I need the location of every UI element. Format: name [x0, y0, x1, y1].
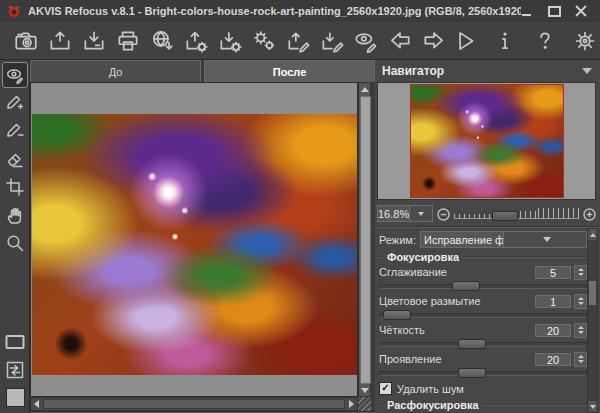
preview-eye-tool[interactable] [3, 63, 27, 87]
spinner[interactable] [574, 265, 587, 280]
param-slider[interactable] [379, 339, 587, 350]
resize-grip[interactable] [358, 397, 371, 411]
defocus-brush-tool[interactable] [3, 119, 27, 143]
print-icon[interactable] [112, 26, 143, 56]
tab-before[interactable]: До [30, 60, 201, 82]
parameters-area: Режим: Исправление фокуса Фокусировка Сг… [379, 230, 587, 413]
settings-scrollbar[interactable] [587, 228, 598, 413]
denoise-checkbox[interactable]: ✓ [379, 382, 392, 395]
vertical-scroll-thumb[interactable] [360, 96, 371, 384]
horizontal-scroll-thumb[interactable] [43, 399, 345, 409]
info-icon[interactable] [489, 26, 520, 56]
frame-view-button[interactable] [3, 330, 27, 354]
param-value-input[interactable]: 20 [534, 323, 572, 338]
mode-select-arrow-icon[interactable] [503, 232, 586, 247]
slider-thumb[interactable] [383, 310, 411, 320]
import-edit-icon[interactable] [316, 26, 347, 56]
param-slider[interactable] [379, 281, 587, 292]
scroll-up-icon[interactable] [359, 83, 370, 95]
param-label: Сглаживание [379, 266, 534, 278]
navigator-thumbnail[interactable] [410, 84, 564, 198]
param-value-input[interactable]: 5 [534, 265, 572, 280]
horizontal-scrollbar[interactable] [30, 397, 358, 411]
settings-panel: Навигатор 16.8% Режим: Исправление фоку [375, 60, 600, 413]
slider-thumb[interactable] [458, 368, 486, 378]
denoise-label: Удалить шум [397, 383, 464, 395]
spinner[interactable] [574, 294, 587, 309]
zoom-out-button[interactable] [437, 207, 450, 220]
image-viewport [30, 82, 358, 397]
param-label: Цветовое размытие [379, 295, 534, 307]
slider-thumb[interactable] [452, 281, 480, 291]
run-icon[interactable] [449, 26, 480, 56]
mode-value: Исправление фокуса [421, 234, 503, 246]
main-toolbar [0, 22, 600, 60]
panel-divider [375, 226, 600, 227]
batch-processing-icon[interactable] [248, 26, 279, 56]
zoom-value: 16.8% [378, 208, 409, 220]
focus-group-header: Фокусировка [379, 250, 587, 263]
scroll-down-icon[interactable] [359, 384, 370, 396]
swap-view-button[interactable] [3, 358, 27, 382]
redo-icon[interactable] [418, 26, 449, 56]
zoom-tool[interactable] [3, 231, 27, 255]
navigator-header: Навигатор [375, 60, 600, 82]
close-icon[interactable] [575, 6, 588, 17]
param-row-development: Проявление 20 [379, 351, 587, 367]
param-label: Проявление [379, 353, 534, 365]
title-bar: AKVIS Refocus v.8.1 - Bright-colors-hous… [0, 0, 600, 23]
param-value-input[interactable]: 1 [534, 294, 572, 309]
app-window: AKVIS Refocus v.8.1 - Bright-colors-hous… [0, 0, 600, 413]
zoom-select[interactable]: 16.8% [377, 205, 433, 222]
help-icon[interactable] [529, 26, 560, 56]
param-row-smoothing: Сглаживание 5 [379, 264, 587, 280]
save-preset-icon[interactable] [214, 26, 245, 56]
zoom-slider[interactable] [454, 206, 579, 221]
zoom-in-button[interactable] [583, 207, 596, 220]
zoom-select-arrow-icon[interactable] [409, 206, 432, 221]
mode-select[interactable]: Исправление фокуса [420, 231, 587, 248]
zoom-controls: 16.8% [377, 203, 596, 224]
camera-icon[interactable] [10, 26, 41, 56]
undo-icon[interactable] [384, 26, 415, 56]
before-after-tabs: До После [30, 60, 375, 82]
denoise-row: ✓ Удалить шум [379, 380, 587, 397]
settings-scroll-thumb[interactable] [589, 281, 596, 305]
tools-sidebar [0, 60, 30, 413]
param-slider[interactable] [379, 310, 587, 321]
eraser-tool[interactable] [3, 147, 27, 171]
minimize-icon[interactable] [521, 6, 534, 17]
import-from-web-icon[interactable] [146, 26, 177, 56]
crop-tool[interactable] [3, 175, 27, 199]
spinner[interactable] [574, 352, 587, 367]
navigator-title: Навигатор [382, 64, 444, 78]
color-swatch[interactable] [6, 388, 25, 407]
export-edit-icon[interactable] [282, 26, 313, 56]
spinner[interactable] [574, 323, 587, 338]
vertical-scrollbar[interactable] [358, 82, 371, 397]
navigator-preview [377, 82, 596, 200]
defocus-group-title: Расфокусировка [387, 399, 479, 411]
focus-brush-tool[interactable] [3, 91, 27, 115]
zoom-slider-thumb[interactable] [492, 211, 518, 221]
scroll-right-icon[interactable] [346, 398, 357, 410]
tab-after[interactable]: После [204, 60, 375, 82]
maximize-icon[interactable] [548, 6, 561, 17]
param-slider[interactable] [379, 368, 587, 379]
defocus-group-header: Расфокусировка [379, 398, 587, 411]
settings-scroll-up-icon[interactable] [588, 229, 597, 240]
post-processing-icon[interactable] [350, 26, 381, 56]
load-preset-icon[interactable] [180, 26, 211, 56]
save-icon[interactable] [78, 26, 109, 56]
slider-thumb[interactable] [458, 339, 486, 349]
hand-tool[interactable] [3, 203, 27, 227]
result-image[interactable] [32, 114, 357, 375]
settings-scroll-down-icon[interactable] [588, 401, 597, 412]
open-icon[interactable] [44, 26, 75, 56]
param-value-input[interactable]: 20 [534, 352, 572, 367]
app-logo-icon [7, 4, 22, 19]
param-row-sharpness: Чёткость 20 [379, 322, 587, 338]
preferences-icon[interactable] [569, 26, 600, 56]
scroll-left-icon[interactable] [31, 398, 42, 410]
navigator-collapse-icon[interactable] [582, 68, 592, 74]
